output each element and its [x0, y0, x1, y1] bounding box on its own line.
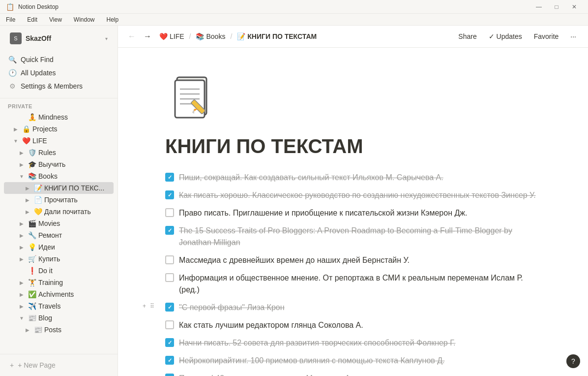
add-item-button[interactable]: +: [142, 337, 147, 346]
drag-handle-button[interactable]: ⠿: [149, 225, 155, 234]
breadcrumb-books[interactable]: 📚 Books: [194, 31, 227, 41]
add-item-button[interactable]: +: [142, 373, 147, 376]
sidebar-item-remont[interactable]: ▶ 🔧 Ремонт: [4, 229, 114, 241]
checkbox[interactable]: [165, 320, 174, 329]
sidebar-item-mindness[interactable]: 🧘 Mindness: [4, 111, 114, 123]
sidebar-item-movies[interactable]: ▶ 🎬 Movies: [4, 218, 114, 229]
breadcrumb-current-label: КНИГИ ПО ТЕКСТАМ: [247, 32, 317, 40]
checkbox[interactable]: [165, 303, 174, 312]
projects-icon: 🔒: [22, 125, 30, 133]
drag-handle-button[interactable]: ⠿: [149, 272, 155, 281]
sidebar-top: S SkazOff ▾: [0, 26, 118, 51]
close-button[interactable]: ✕: [566, 2, 582, 12]
item-text: Начни писать. 52 совета для развития тво…: [179, 337, 541, 349]
checkbox[interactable]: [165, 273, 174, 282]
sidebar-item-life[interactable]: ▼ ❤️ LIFE: [4, 135, 114, 147]
drag-handle-button[interactable]: ⠿: [149, 189, 155, 198]
share-button[interactable]: Share: [454, 31, 480, 42]
sidebar-item-idei[interactable]: ▶ 💡 Идеи: [4, 241, 114, 253]
drag-handle-button[interactable]: ⠿: [149, 254, 155, 263]
sidebar-item-posts[interactable]: ▶ 📰 Posts: [4, 324, 114, 336]
favorite-button[interactable]: Favorite: [530, 31, 563, 42]
checkbox[interactable]: [165, 226, 174, 235]
add-item-button[interactable]: +: [142, 319, 147, 328]
add-item-button[interactable]: +: [142, 272, 147, 281]
sidebar-user[interactable]: S SkazOff ▾: [6, 30, 112, 47]
drag-handle-button[interactable]: ⠿: [149, 355, 155, 364]
sidebar-item-settings[interactable]: ⚙ Settings & Members: [4, 80, 114, 93]
sidebar-item-blog[interactable]: ▼ 📰 Blog: [4, 312, 114, 324]
help-button[interactable]: ?: [566, 354, 580, 368]
sidebar-item-label: Mindness: [38, 113, 110, 121]
checkbox[interactable]: [165, 173, 174, 182]
checkbox[interactable]: [165, 208, 174, 217]
drag-handle-button[interactable]: ⠿: [149, 207, 155, 216]
sidebar-item-kupit[interactable]: ▶ 🛒 Купить: [4, 253, 114, 265]
maximize-button[interactable]: □: [549, 2, 564, 12]
minimize-button[interactable]: —: [531, 2, 547, 12]
item-text: "С первой фразы" Лиза Крон: [179, 302, 541, 313]
back-button[interactable]: ←: [126, 30, 138, 43]
sidebar-item-achivments[interactable]: ▶ ✅ Achivments: [4, 288, 114, 300]
checkbox[interactable]: [165, 338, 174, 347]
new-page-button[interactable]: + + New Page: [6, 358, 112, 372]
toggle-icon: ▶: [24, 196, 31, 204]
menu-view[interactable]: View: [47, 15, 64, 24]
toggle-icon: ▶: [24, 326, 31, 334]
sidebar-item-quick-find[interactable]: 🔍 Quick Find: [4, 53, 114, 66]
sidebar-item-do-it[interactable]: ❗ Do it: [4, 265, 114, 277]
breadcrumb-current[interactable]: 📝 КНИГИ ПО ТЕКСТАМ: [235, 31, 319, 41]
add-item-button[interactable]: +: [142, 189, 147, 198]
add-item-button[interactable]: +: [142, 355, 147, 364]
add-item-button[interactable]: +: [142, 172, 147, 181]
quick-find-label: Quick Find: [21, 56, 54, 63]
kupit-icon: 🛒: [28, 254, 36, 263]
sidebar-item-label: LIFE: [32, 137, 110, 145]
sidebar-item-prochitat[interactable]: ▶ 📄 Прочитать: [4, 194, 114, 206]
checkbox[interactable]: [165, 190, 174, 199]
sidebar-item-all-updates[interactable]: 🕐 All Updates: [4, 66, 114, 79]
checkbox[interactable]: [165, 356, 174, 365]
drag-handle-button[interactable]: ⠿: [149, 172, 155, 181]
toggle-icon: ▶: [18, 290, 26, 298]
checkbox[interactable]: [165, 255, 174, 264]
sidebar-item-rules[interactable]: ▶ 🛡️ Rules: [4, 147, 114, 158]
menu-window[interactable]: Window: [72, 15, 97, 24]
add-item-button[interactable]: +: [142, 207, 147, 216]
breadcrumb-life[interactable]: ❤️ LIFE: [157, 31, 186, 41]
drag-handle-button[interactable]: ⠿: [149, 373, 155, 376]
toggle-icon: ▼: [18, 172, 26, 180]
idei-icon: 💡: [28, 243, 36, 251]
checkbox[interactable]: [165, 374, 174, 376]
checklist-item: + ⠿ Право писать. Приглашение и приобщен…: [165, 205, 541, 221]
drag-handle-button[interactable]: ⠿: [149, 337, 155, 346]
menu-file[interactable]: File: [4, 15, 17, 24]
drag-handle-button[interactable]: ⠿: [149, 302, 155, 311]
sidebar-item-dali-pochitat[interactable]: ▶ 💛 Дали почитать: [4, 206, 114, 218]
sidebar-item-training[interactable]: ▶ 🏋️ Training: [4, 277, 114, 288]
current-breadcrumb-icon: 📝: [237, 32, 245, 40]
sidebar-item-books[interactable]: ▼ 📚 Books: [4, 170, 114, 182]
topbar-right: Share ✓ Updates Favorite ···: [454, 31, 580, 42]
checklist-item: + ⠿ Массмедиа с древнейших времен до наш…: [165, 252, 541, 268]
checklist-item: + ⠿ Как писать хорошо. Классическое руко…: [165, 188, 541, 203]
blog-icon: 📰: [28, 313, 36, 322]
more-button[interactable]: ···: [566, 31, 580, 42]
sidebar-item-knigi-po-teks[interactable]: ▶ 📝 КНИГИ ПО ТЕКС...: [4, 182, 114, 194]
drag-handle-button[interactable]: ⠿: [149, 319, 155, 328]
toggle-icon: ▼: [12, 137, 20, 145]
forward-button[interactable]: →: [142, 30, 153, 43]
page-icon[interactable]: [165, 67, 224, 126]
sidebar-item-travels[interactable]: ▶ ✈️ Travels: [4, 300, 114, 312]
more-icon: ···: [570, 32, 576, 40]
sidebar-item-projects[interactable]: ▶ 🔒 Projects: [4, 123, 114, 135]
app-body: S SkazOff ▾ 🔍 Quick Find 🕐 All Updates ⚙…: [0, 26, 588, 376]
add-item-button[interactable]: +: [142, 302, 147, 311]
movies-icon: 🎬: [28, 219, 36, 228]
menu-edit[interactable]: Edit: [25, 15, 39, 24]
updates-button[interactable]: ✓ Updates: [485, 31, 526, 42]
add-item-button[interactable]: +: [142, 254, 147, 263]
menu-help[interactable]: Help: [105, 15, 121, 24]
sidebar-item-vuchit[interactable]: ▶ 🎓 Выучить: [4, 158, 114, 170]
add-item-button[interactable]: +: [142, 225, 147, 234]
